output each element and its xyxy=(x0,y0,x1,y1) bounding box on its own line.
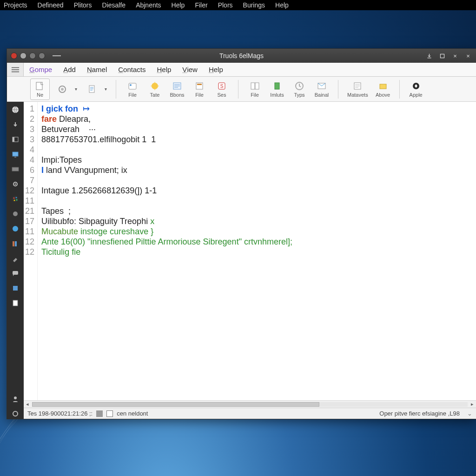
desktop-menu-projects[interactable]: Projects xyxy=(4,1,27,9)
record-icon[interactable] xyxy=(10,209,20,219)
toolbar-link-button[interactable] xyxy=(53,79,72,100)
line-number: 3 xyxy=(24,134,34,145)
toolbar-typs-button[interactable]: Typs xyxy=(290,79,309,100)
code-line[interactable]: I gick fon ↦ xyxy=(41,104,473,114)
above-icon xyxy=(378,81,388,91)
file1-icon xyxy=(127,81,138,91)
code-line[interactable] xyxy=(41,196,473,206)
web-icon[interactable] xyxy=(10,224,20,234)
close-icon[interactable]: × xyxy=(450,52,460,60)
code-line[interactable] xyxy=(41,145,473,155)
code-line[interactable]: Ticitulig fie xyxy=(41,247,473,257)
globe-icon[interactable] xyxy=(10,105,20,115)
toolbar-doc-dropdown-icon[interactable]: ▾ xyxy=(105,86,109,92)
box-icon[interactable] xyxy=(10,283,20,293)
line-number: 21 xyxy=(24,206,34,216)
note-icon[interactable] xyxy=(10,298,20,308)
code-line[interactable]: I land VVangupment; ix xyxy=(41,165,473,175)
books-icon[interactable] xyxy=(10,238,20,249)
download-icon[interactable] xyxy=(424,52,434,60)
code-line[interactable]: Impi:Topes xyxy=(41,155,473,165)
code-area[interactable]: I gick fon ↦fare Dleapra,Betuverah ···88… xyxy=(38,102,476,400)
palette-icon[interactable] xyxy=(10,194,20,204)
talk-icon[interactable] xyxy=(10,268,20,278)
toolbar-file1-label: File xyxy=(128,92,137,98)
desktop-menu-filer[interactable]: Filer xyxy=(195,1,207,9)
toolbar-link-dropdown-icon[interactable]: ▾ xyxy=(75,86,79,92)
toolbar-file2-button[interactable]: File xyxy=(190,79,209,100)
window-min-icon[interactable] xyxy=(20,53,26,59)
toolbar-file1-button[interactable]: File xyxy=(123,79,142,100)
desktop-menu-help[interactable]: Help xyxy=(172,1,185,9)
desktop-menu-plors[interactable]: Plors xyxy=(218,1,233,9)
svg-rect-35 xyxy=(13,241,14,246)
toolbar-tate-button[interactable]: Tate xyxy=(145,79,165,100)
desktop-menu-help[interactable]: Help xyxy=(275,1,289,9)
toolbar-doc-button[interactable] xyxy=(82,79,102,100)
menu-gompe[interactable]: Gompe xyxy=(24,63,58,76)
toolbar-new-button[interactable]: Ne xyxy=(30,79,50,100)
window-dot2-icon[interactable] xyxy=(39,53,45,59)
code-line[interactable]: Intague 1.256266812639(]) 1-1 xyxy=(41,185,473,196)
activity-bar xyxy=(7,102,24,419)
display-icon[interactable] xyxy=(10,149,20,159)
toolbar-ses-button[interactable]: SSes xyxy=(212,79,231,100)
titlebar[interactable]: Truols 6elMags × × xyxy=(7,49,476,63)
desktop-menu-plitors[interactable]: Plitors xyxy=(74,1,92,9)
line-number: 11 xyxy=(24,196,34,206)
code-line[interactable]: Betuverah ··· xyxy=(41,124,473,134)
person-icon[interactable] xyxy=(10,394,20,404)
toolbar-bbons-button[interactable]: Bbons xyxy=(167,79,187,100)
menu-contacts[interactable]: Contacts xyxy=(112,63,151,76)
svg-point-33 xyxy=(13,212,18,216)
svg-rect-0 xyxy=(440,54,444,58)
toolbar-file3-button[interactable]: File xyxy=(245,79,264,100)
code-editor[interactable]: 1233446712112117111212 I gick fon ↦fare … xyxy=(24,102,476,400)
svg-rect-19 xyxy=(380,84,386,89)
keyboard-icon[interactable] xyxy=(10,164,20,174)
scroll-left-icon[interactable]: ◂ xyxy=(24,401,31,407)
svg-point-34 xyxy=(13,226,18,231)
code-line[interactable] xyxy=(41,175,473,185)
window-dot-icon[interactable] xyxy=(29,53,36,59)
toolbar-matavets-button[interactable]: Matavets xyxy=(345,79,370,100)
tool-icon[interactable] xyxy=(10,253,20,264)
scroll-thumb[interactable] xyxy=(32,402,319,407)
code-line[interactable]: Mucabute instoge cureshave } xyxy=(41,226,473,237)
code-line[interactable]: Uilibubfo: Sibpaguity Treophi x xyxy=(41,216,473,226)
scroll-right-icon[interactable]: ▸ xyxy=(469,401,476,407)
svg-rect-5 xyxy=(129,83,136,89)
menu-help[interactable]: Help xyxy=(203,63,229,76)
link-icon xyxy=(57,84,67,94)
maximize-icon[interactable] xyxy=(437,52,447,60)
imluts-icon xyxy=(272,81,282,91)
apple-icon xyxy=(411,81,421,91)
code-line[interactable]: Ante 16(00) "innesfiened Pilttie Armorio… xyxy=(41,237,473,247)
toolbar-imluts-button[interactable]: Imluts xyxy=(267,79,287,100)
menu-help[interactable]: Help xyxy=(151,63,177,76)
panel-icon[interactable] xyxy=(10,134,20,145)
menu-view[interactable]: View xyxy=(177,63,203,76)
settings-icon[interactable] xyxy=(10,409,20,419)
close2-icon[interactable]: × xyxy=(463,52,473,60)
gear-icon[interactable] xyxy=(10,179,20,189)
code-line[interactable]: Tapes ; xyxy=(41,206,473,216)
toolbar-bainal-button[interactable]: Bainal xyxy=(312,79,331,100)
sidebar-toggle-icon[interactable] xyxy=(7,63,24,76)
horizontal-scrollbar[interactable]: ◂ ▸ xyxy=(24,400,476,408)
window-close-icon[interactable] xyxy=(11,53,17,59)
toolbar-apple-button[interactable]: Apple xyxy=(406,79,426,100)
desktop-menu-abjnents[interactable]: Abjnents xyxy=(136,1,161,9)
status-chevron-icon[interactable]: ⌄ xyxy=(467,410,472,417)
menu-namel[interactable]: Namel xyxy=(81,63,112,76)
desktop-menu-burings[interactable]: Burings xyxy=(243,1,265,9)
arrow-down-icon[interactable] xyxy=(10,119,20,130)
code-line[interactable]: 888177653701.elfilhogobit 1 1 xyxy=(41,134,473,145)
desktop-menu-defineed[interactable]: Defineed xyxy=(38,1,64,9)
code-line[interactable]: fare Dleapra, xyxy=(41,114,473,124)
menu-add[interactable]: Add xyxy=(58,63,81,76)
desktop-menu-diesalfe[interactable]: Diesalfe xyxy=(102,1,126,9)
toolbar-above-button[interactable]: Above xyxy=(373,79,393,100)
scroll-track[interactable] xyxy=(32,402,468,407)
toolbar-above-label: Above xyxy=(376,92,390,98)
